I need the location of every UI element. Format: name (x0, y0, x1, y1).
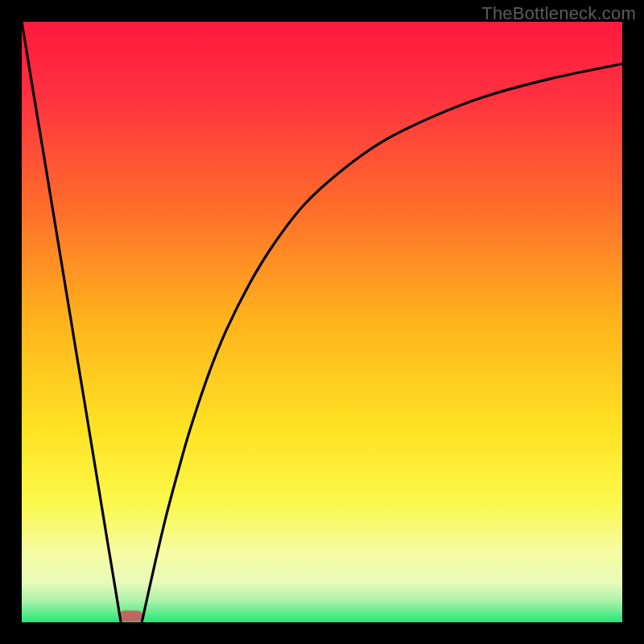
watermark-text: TheBottleneck.com (481, 3, 636, 24)
gradient-background (22, 22, 622, 622)
chart-frame: TheBottleneck.com (0, 0, 644, 644)
chart-svg (22, 22, 622, 622)
plot-area (22, 22, 622, 622)
bottleneck-marker (119, 611, 143, 621)
